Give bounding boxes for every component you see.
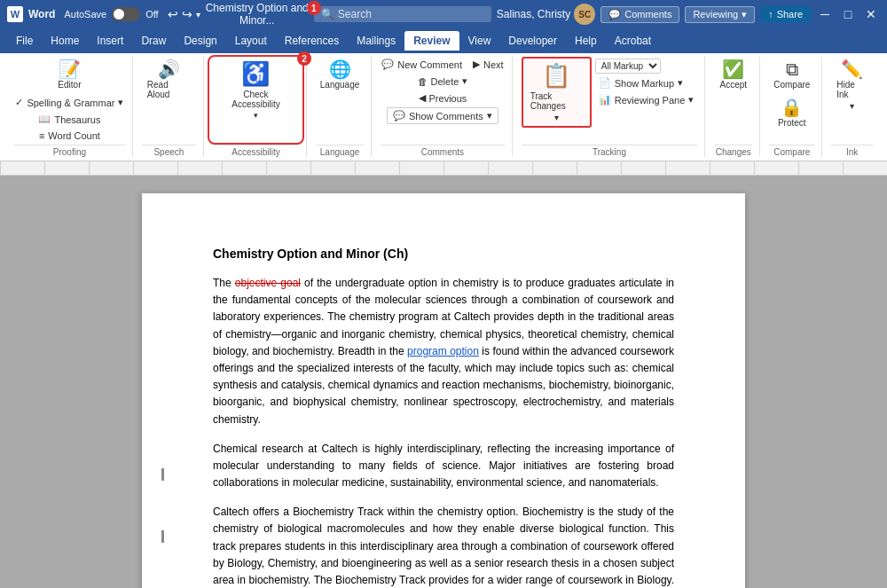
word-count-button[interactable]: ≡ Word Count (35, 129, 104, 143)
search-input[interactable] (338, 8, 462, 20)
language-button[interactable]: 🌐 Language (315, 57, 365, 93)
previous-label: Previous (429, 93, 467, 104)
delete-button[interactable]: 🗑 Delete ▾ (414, 74, 472, 89)
thesaurus-icon: 📖 (38, 114, 51, 125)
tab-insert[interactable]: Insert (88, 31, 132, 51)
comments-top-button[interactable]: 💬 Comments (600, 6, 679, 23)
word-count-label: Word Count (48, 130, 100, 141)
compare-icon: ⧉ (786, 60, 798, 78)
share-icon: ↑ (768, 9, 773, 20)
search-icon: 🔍 (321, 8, 334, 20)
previous-icon: ◀ (419, 92, 426, 104)
tab-home[interactable]: Home (42, 31, 88, 51)
ruler (0, 161, 887, 176)
close-button[interactable]: ✕ (862, 5, 880, 23)
accept-button[interactable]: ✅ Accept (714, 57, 752, 93)
comments-top-icon: 💬 (608, 9, 621, 20)
language-icon: 🌐 (329, 60, 351, 78)
minimize-button[interactable]: ─ (816, 5, 834, 23)
avatar-initials: SC (578, 10, 591, 20)
show-markup-button[interactable]: 📄 Show Markup ▾ (595, 75, 698, 90)
tab-acrobat[interactable]: Acrobat (606, 31, 660, 51)
ink-group: ✏️ Hide Ink ▾ Ink (824, 57, 880, 157)
previous-button[interactable]: ◀ Previous (415, 90, 471, 106)
user-info: Salinas, Christy SC (497, 4, 595, 25)
ink-label: Ink (831, 145, 873, 157)
changes-label: Changes (714, 145, 752, 157)
compare-label: Compare (773, 80, 810, 90)
protect-icon: 🔒 (781, 98, 803, 116)
tab-layout[interactable]: Layout (226, 31, 276, 51)
spelling-label: Spelling & Grammar (27, 98, 114, 108)
comments-row3: ◀ Previous (415, 90, 471, 106)
comments-row1: 💬 New Comment ▶ Next (378, 57, 506, 72)
reviewing-pane-label: Reviewing Pane (615, 95, 686, 106)
word-count-icon: ≡ (39, 130, 44, 141)
maximize-button[interactable]: □ (839, 5, 857, 23)
read-aloud-icon: 🔊 (158, 60, 180, 78)
hide-ink-label: Hide Ink (836, 80, 867, 99)
word-logo-letter: W (11, 9, 20, 20)
paragraph-2: Chemical research at Caltech is highly i… (213, 441, 674, 492)
next-button[interactable]: ▶ Next (469, 57, 507, 72)
spelling-icon: ✓ (15, 97, 23, 108)
thesaurus-label: Thesaurus (54, 114, 100, 125)
next-label: Next (483, 59, 504, 70)
delete-label: Delete (431, 76, 459, 87)
reviewing-pane-dropdown: ▾ (688, 94, 694, 106)
track-changes-label: Track Changes (530, 91, 583, 111)
tab-review[interactable]: Review (404, 31, 459, 51)
tab-references[interactable]: References (276, 31, 348, 51)
comments-group: 💬 New Comment ▶ Next 🗑 Delete ▾ ◀ Previo… (373, 57, 513, 157)
more-icon[interactable]: ▾ (196, 10, 200, 20)
markup-select[interactable]: All Markup (595, 59, 661, 74)
reviewing-button[interactable]: Reviewing ▾ (685, 6, 755, 23)
track-changes-button[interactable]: 📋 Track Changes ▾ (522, 57, 592, 128)
tab-view[interactable]: View (459, 31, 500, 51)
show-comments-label: Show Comments (409, 111, 483, 122)
search-box[interactable]: 🔍 (314, 6, 491, 22)
autosave-toggle[interactable] (112, 7, 140, 21)
thesaurus-button[interactable]: 📖 Thesaurus (35, 112, 104, 127)
compare-label: Compare (769, 145, 814, 157)
show-markup-dropdown: ▾ (678, 77, 683, 89)
editor-icon: 📝 (59, 60, 81, 78)
show-comments-dropdown: ▾ (487, 110, 492, 122)
undo-redo-group: ↩ ↪ ▾ (168, 7, 200, 21)
tab-draw[interactable]: Draw (132, 31, 175, 51)
read-aloud-button[interactable]: 🔊 Read Aloud (142, 57, 196, 103)
share-label: Share (777, 9, 803, 20)
share-button[interactable]: ↑ Share (760, 6, 811, 22)
margin-mark-1 (161, 468, 164, 481)
accept-label: Accept (719, 80, 747, 90)
new-comment-button[interactable]: 💬 New Comment (378, 57, 466, 72)
reviewing-dropdown-icon: ▾ (742, 9, 747, 20)
editor-button[interactable]: 📝 Editor (52, 57, 86, 93)
reviewing-pane-button[interactable]: 📊 Reviewing Pane ▾ (595, 92, 698, 107)
user-name: Salinas, Christy (497, 8, 570, 20)
spelling-grammar-button[interactable]: ✓ Spelling & Grammar ▾ (12, 95, 127, 110)
ribbon-tabs: File Home Insert Draw Design Layout Refe… (0, 28, 887, 53)
show-comments-button[interactable]: 💬 Show Comments ▾ (387, 107, 498, 124)
check-accessibility-button[interactable]: ♿ Check Accessibility ▾ (213, 57, 299, 123)
tab-design[interactable]: Design (175, 31, 225, 51)
tab-mailings[interactable]: Mailings (348, 31, 404, 51)
reviewing-pane-icon: 📊 (599, 94, 611, 106)
tab-file[interactable]: File (7, 31, 42, 51)
redo-icon[interactable]: ↪ (182, 7, 192, 21)
hide-ink-button[interactable]: ✏️ Hide Ink ▾ (831, 57, 873, 114)
autosave-label: AutoSave (64, 9, 106, 20)
annotation-badge-1: 1 (307, 1, 321, 15)
protect-button[interactable]: 🔒 Protect (773, 95, 812, 131)
show-comments-icon: 💬 (393, 110, 405, 122)
comments-group-label: Comments (381, 145, 505, 157)
tab-help[interactable]: Help (566, 31, 606, 51)
tab-developer[interactable]: Developer (499, 31, 566, 51)
ruler-markings (0, 161, 887, 175)
compare-button[interactable]: ⧉ Compare (768, 57, 815, 93)
changes-group: ✅ Accept Changes (707, 57, 760, 157)
show-markup-icon: 📄 (599, 77, 611, 89)
next-icon: ▶ (473, 59, 480, 70)
document-area[interactable]: Chemistry Option and Minor (Ch) The obje… (0, 176, 887, 588)
undo-icon[interactable]: ↩ (168, 7, 178, 21)
